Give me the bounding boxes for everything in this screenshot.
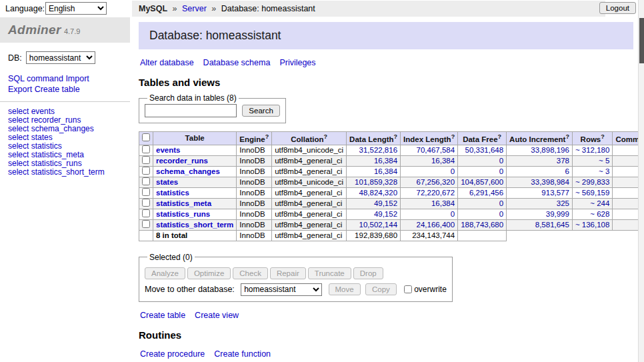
breadcrumb-separator: » [211, 4, 216, 13]
copy-button[interactable]: Copy [365, 283, 397, 295]
table-link-statistics-short-term[interactable]: statistics_short_term [156, 221, 233, 229]
breadcrumb-server[interactable]: Server [182, 4, 207, 13]
sidebar-link-sql-command[interactable]: SQL command [8, 74, 63, 83]
help-icon[interactable]: ? [394, 133, 398, 140]
data-free-cell: 6,291,456 [458, 187, 507, 198]
scrollbar-thumb[interactable] [639, 18, 644, 63]
row-checkbox[interactable] [142, 209, 150, 217]
move-button[interactable]: Move [329, 283, 361, 295]
footer-create-table[interactable]: Create table [140, 311, 185, 320]
overwrite-checkbox[interactable] [404, 285, 412, 293]
rows-count-link[interactable]: ~ 312,180 [575, 146, 609, 154]
rows-count-link[interactable]: ~ 136,108 [575, 221, 609, 229]
comment-cell [613, 219, 638, 230]
data-free-cell: 0 [458, 155, 507, 166]
search-input[interactable] [145, 104, 237, 117]
check-button[interactable]: Check [233, 267, 268, 279]
routine-create-procedure[interactable]: Create procedure [140, 349, 205, 359]
db-select[interactable]: homeassistant [26, 51, 95, 64]
row-select-cell [139, 219, 153, 230]
rows-count-link[interactable]: ~ 569,159 [575, 189, 609, 197]
row-select-cell [139, 145, 153, 155]
rows-count-link[interactable]: ~ 3 [599, 167, 609, 175]
language-select[interactable]: English [45, 2, 107, 15]
table-link-schema-changes[interactable]: schema_changes [156, 167, 220, 175]
logout-button[interactable]: Logout [599, 2, 636, 14]
drop-button[interactable]: Drop [353, 267, 383, 279]
row-checkbox[interactable] [142, 220, 150, 228]
engine-cell: InnoDB [237, 166, 272, 177]
row-checkbox[interactable] [142, 199, 150, 207]
table-link-statistics[interactable]: statistics [156, 189, 189, 197]
db-selector-row: DB:homeassistant [0, 43, 130, 64]
move-database-select[interactable]: homeassistant [241, 283, 322, 296]
help-icon[interactable]: ? [565, 133, 569, 140]
rows-count-link[interactable]: ~ 244 [590, 199, 609, 207]
help-icon[interactable]: ? [451, 133, 455, 140]
help-icon[interactable]: ? [323, 133, 327, 140]
scrollbar-track[interactable] [638, 0, 644, 362]
search-button[interactable]: Search [242, 105, 279, 117]
row-checkbox[interactable] [142, 177, 150, 185]
table-link-statistics-runs[interactable]: statistics_runs [156, 210, 210, 218]
sidebar-link-export[interactable]: Export [8, 85, 32, 94]
data-length-cell: 48,824,320 [347, 187, 401, 198]
comment-cell [613, 145, 638, 155]
footer-create-view[interactable]: Create view [195, 311, 239, 320]
collation-cell: utf8mb4_unicode_ci [272, 145, 347, 155]
table-link-events[interactable]: events [156, 146, 180, 154]
page-title: Database: homeassistant [139, 22, 633, 49]
row-checkbox[interactable] [142, 156, 150, 164]
sidebar-link-create-table[interactable]: Create table [35, 85, 80, 94]
breadcrumb-mysql[interactable]: MySQL [139, 4, 167, 13]
table-row: statistics_runsInnoDButf8mb4_general_ci4… [139, 209, 639, 219]
table-link-recorder-runs[interactable]: recorder_runs [156, 157, 208, 165]
collation-cell: utf8mb4_general_ci [272, 155, 347, 166]
row-checkbox[interactable] [142, 167, 150, 175]
rows-cell: ~ 5 [572, 155, 612, 166]
db-action-database-schema[interactable]: Database schema [203, 58, 271, 67]
row-select-cell [139, 209, 153, 219]
column-header-data-length[interactable]: Data Length? [347, 132, 401, 145]
sidebar-select-statistics-short-term[interactable]: select statistics_short_term [8, 168, 122, 177]
routine-create-function[interactable]: Create function [214, 349, 271, 359]
table-row: statisticsInnoDButf8mb4_general_ci48,824… [139, 187, 639, 198]
column-header-rows[interactable]: Rows? [572, 132, 612, 145]
app-name: Adminer [8, 23, 61, 37]
db-action-alter-database[interactable]: Alter database [140, 58, 194, 67]
row-checkbox[interactable] [142, 188, 150, 196]
column-header-index-length[interactable]: Index Length? [401, 132, 458, 145]
sidebar-link-import[interactable]: Import [65, 74, 89, 83]
column-header-comment[interactable]: Comment? [613, 132, 638, 145]
row-checkbox[interactable] [142, 145, 150, 153]
data-free-cell: 188,743,680 [458, 219, 507, 230]
rows-count-link[interactable]: ~ 299,833 [575, 178, 609, 186]
table-link-statistics-meta[interactable]: statistics_meta [156, 199, 211, 207]
auto-increment-cell: 913,577 [507, 187, 573, 198]
table-name-cell: schema_changes [153, 166, 237, 177]
repair-button[interactable]: Repair [270, 267, 306, 279]
table-footer-links: Create tableCreate view [140, 311, 632, 320]
db-action-privileges[interactable]: Privileges [279, 58, 315, 67]
table-name-cell: statistics_runs [153, 209, 237, 219]
overwrite-option: overwrite [404, 285, 447, 294]
column-header-engine[interactable]: Engine? [237, 132, 272, 145]
rows-count-link[interactable]: ~ 5 [599, 157, 609, 165]
truncate-button[interactable]: Truncate [308, 267, 351, 279]
row-select-cell [139, 166, 153, 177]
rows-count-link[interactable]: ~ 628 [590, 210, 609, 218]
index-length-cell: 16,384 [401, 198, 458, 209]
total-engine: InnoDB [237, 230, 272, 241]
help-icon[interactable]: ? [601, 133, 605, 140]
analyze-button[interactable]: Analyze [145, 267, 185, 279]
select-all-checkbox[interactable] [142, 133, 150, 141]
column-header-collation[interactable]: Collation? [272, 132, 347, 145]
column-header-auto-increment[interactable]: Auto Increment? [507, 132, 573, 145]
column-header-data-free[interactable]: Data Free? [458, 132, 507, 145]
routines-heading: Routines [139, 329, 633, 341]
optimize-button[interactable]: Optimize [187, 267, 231, 279]
table-link-states[interactable]: states [156, 178, 178, 186]
help-icon[interactable]: ? [265, 133, 269, 140]
data-length-cell: 16,384 [347, 155, 401, 166]
help-icon[interactable]: ? [498, 133, 502, 140]
